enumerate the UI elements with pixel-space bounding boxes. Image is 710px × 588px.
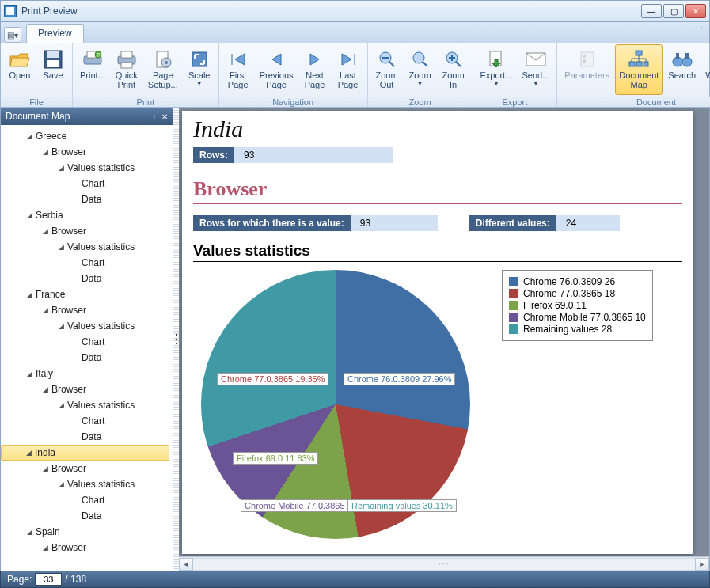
chevron-down-icon[interactable]: ◢: [40, 385, 50, 393]
chevron-down-icon[interactable]: ◢: [56, 480, 66, 488]
svg-rect-28: [676, 53, 679, 59]
tree-chart[interactable]: Chart: [1, 176, 173, 192]
chevron-down-icon[interactable]: ◢: [40, 465, 50, 472]
svg-text:?: ?: [97, 52, 100, 58]
quick-access-button[interactable]: ▤▾: [4, 27, 21, 43]
document-map-button[interactable]: Document Map: [615, 44, 663, 95]
legend-item: Chrome 77.0.3865 18: [509, 288, 646, 299]
scroll-track[interactable]: ···: [193, 558, 695, 571]
tree-chart[interactable]: Chart: [1, 255, 173, 271]
quick-print-button[interactable]: Quick Print: [111, 44, 142, 95]
tree-chart[interactable]: Chart: [1, 413, 173, 429]
open-button[interactable]: Open: [4, 44, 36, 95]
last-page-icon: [337, 48, 359, 70]
tab-preview[interactable]: Preview: [26, 24, 84, 43]
legend-item: Remaining values 28: [509, 324, 646, 335]
chart-legend: Chrome 76.0.3809 26 Chrome 77.0.3865 18 …: [502, 270, 653, 341]
send-button[interactable]: Send...▼: [518, 44, 553, 95]
tree-browser[interactable]: ◢ Browser: [1, 144, 173, 160]
status-bar: Page: / 138: [0, 571, 710, 588]
maximize-button[interactable]: ▢: [663, 4, 684, 18]
tree-values-stats[interactable]: ◢ Values statistics: [1, 397, 173, 413]
chevron-down-icon[interactable]: ◢: [40, 306, 50, 314]
close-button[interactable]: ✕: [685, 4, 706, 18]
scale-button[interactable]: Scale▼: [184, 44, 215, 95]
tree-country[interactable]: ◢ Serbia: [1, 207, 173, 223]
tree-data[interactable]: Data: [1, 271, 173, 286]
scroll-right-button[interactable]: ►: [695, 558, 709, 571]
chevron-down-icon[interactable]: ◢: [24, 449, 33, 457]
tree-chart[interactable]: Chart: [1, 492, 173, 508]
chevron-down-icon[interactable]: ◢: [56, 243, 66, 251]
section-browser: Browser: [193, 177, 682, 204]
minimize-button[interactable]: —: [641, 4, 662, 18]
first-page-icon: [227, 48, 249, 70]
chevron-down-icon[interactable]: ◢: [25, 290, 34, 298]
page-setup-button[interactable]: Page Setup...: [144, 44, 182, 95]
tree-values-stats[interactable]: ◢ Values statistics: [1, 160, 173, 176]
print-button[interactable]: ?Print...: [76, 44, 109, 95]
tree-values-stats[interactable]: ◢ Values statistics: [1, 318, 173, 334]
document-map-title: Document Map: [6, 111, 70, 122]
tree-chart[interactable]: Chart: [1, 334, 173, 350]
scroll-left-button[interactable]: ◄: [179, 558, 193, 571]
chevron-down-icon[interactable]: ◢: [40, 148, 50, 156]
tree-country[interactable]: ◢ India: [1, 445, 169, 461]
previous-page-button[interactable]: Previous Page: [256, 44, 298, 95]
zoom-out-button[interactable]: Zoom Out: [371, 44, 403, 95]
chevron-down-icon[interactable]: ◢: [25, 370, 34, 377]
page-number-input[interactable]: [35, 573, 62, 586]
chevron-down-icon[interactable]: ◢: [25, 132, 34, 140]
chevron-down-icon[interactable]: ◢: [25, 528, 34, 536]
tree-country[interactable]: ◢ Spain: [1, 524, 173, 540]
export-button[interactable]: Export...▼: [476, 44, 517, 95]
document-map-tree[interactable]: ◢ Greece ◢ Browser ◢ Values statistics C…: [1, 125, 173, 571]
chevron-down-icon[interactable]: ◢: [56, 164, 66, 172]
search-button[interactable]: Search: [664, 44, 700, 95]
parameters-icon: [576, 48, 598, 70]
splitter[interactable]: ⋮: [173, 108, 179, 571]
pin-icon[interactable]: ⟂: [152, 112, 157, 121]
legend-item: Firefox 69.0 11: [509, 300, 646, 311]
tree-browser[interactable]: ◢ Browser: [1, 461, 173, 476]
tree-data[interactable]: Data: [1, 192, 173, 207]
tree-browser[interactable]: ◢ Browser: [1, 381, 173, 397]
page-title: India: [193, 116, 682, 142]
watermark-button[interactable]: ABCWatermark: [701, 44, 710, 95]
legend-item: Chrome 76.0.3809 26: [509, 276, 646, 287]
rows-for-value-label: Rows for which there is a value:: [193, 215, 351, 231]
titlebar: Print Preview — ▢ ✕: [0, 0, 710, 22]
save-button[interactable]: Save: [37, 44, 69, 95]
zoom-button[interactable]: Zoom▼: [404, 44, 436, 95]
tree-values-stats[interactable]: ◢ Values statistics: [1, 239, 173, 255]
page-total: / 138: [65, 574, 86, 585]
tree-data[interactable]: Data: [1, 350, 173, 366]
tree-browser[interactable]: ◢ Browser: [1, 540, 173, 556]
last-page-button[interactable]: Last Page: [332, 44, 364, 95]
legend-swatch: [509, 324, 518, 334]
chevron-down-icon[interactable]: ◢: [25, 211, 34, 219]
svg-rect-22: [636, 51, 642, 55]
chevron-down-icon[interactable]: ◢: [56, 401, 66, 409]
tree-data[interactable]: Data: [1, 429, 173, 445]
horizontal-scrollbar[interactable]: ◄ ··· ►: [179, 556, 709, 571]
next-page-button[interactable]: Next Page: [299, 44, 331, 95]
legend-text: Chrome 77.0.3865 18: [523, 288, 615, 299]
first-page-button[interactable]: First Page: [222, 44, 254, 95]
tree-browser[interactable]: ◢ Browser: [1, 302, 173, 318]
tree-values-stats[interactable]: ◢ Values statistics: [1, 476, 173, 492]
tree-country[interactable]: ◢ Greece: [1, 128, 173, 144]
zoom-in-button[interactable]: Zoom In: [438, 44, 469, 95]
tree-browser[interactable]: ◢ Browser: [1, 223, 173, 239]
tree-country[interactable]: ◢ France: [1, 286, 173, 302]
svg-rect-19: [581, 52, 594, 66]
ribbon-collapse-icon[interactable]: ˆ: [701, 27, 703, 36]
tree-country[interactable]: ◢ Italy: [1, 366, 173, 381]
rows-for-value: 93: [351, 215, 438, 231]
tree-data[interactable]: Data: [1, 508, 173, 524]
chevron-down-icon[interactable]: ◢: [40, 544, 50, 552]
chevron-down-icon[interactable]: ◢: [40, 227, 50, 235]
page-scroll-area[interactable]: India Rows: 93 Browser Rows for which th…: [179, 108, 709, 556]
chevron-down-icon[interactable]: ◢: [56, 322, 66, 330]
panel-close-icon[interactable]: ✕: [161, 112, 168, 121]
